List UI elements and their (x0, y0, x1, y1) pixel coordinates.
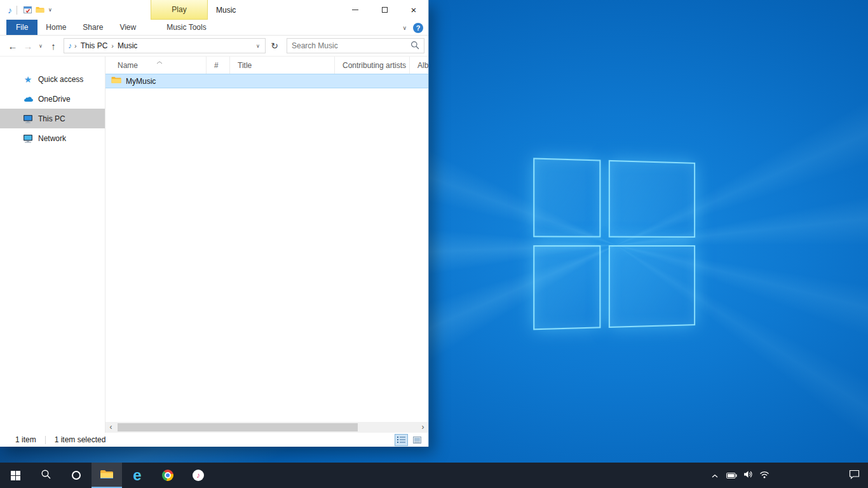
action-center-icon (849, 470, 860, 482)
title-bar[interactable]: ♪ ∨ Play Music × (0, 0, 428, 20)
search-icon[interactable] (410, 41, 419, 51)
ribbon-right-controls: ∨ ? (402, 20, 423, 36)
tab-file[interactable]: File (6, 20, 37, 35)
folder-icon (111, 76, 121, 86)
qat-customize-chevron-icon[interactable]: ∨ (48, 7, 52, 13)
address-music-icon: ♪ (68, 41, 72, 50)
expand-ribbon-icon[interactable]: ∨ (402, 25, 407, 31)
itunes-icon: ♪ (193, 470, 204, 481)
status-separator (45, 436, 46, 444)
column-label: Title (238, 61, 252, 70)
internet-explorer-icon: e (133, 468, 141, 483)
scrollbar-thumb[interactable] (118, 423, 358, 431)
column-header-name[interactable]: Name (105, 57, 207, 74)
refresh-button[interactable]: ↻ (268, 41, 281, 51)
properties-icon[interactable] (24, 6, 32, 14)
forward-button[interactable]: → (20, 38, 36, 53)
scroll-right-icon[interactable]: › (417, 422, 428, 433)
view-buttons (395, 433, 424, 447)
sort-ascending-icon (156, 57, 163, 66)
help-button[interactable]: ? (413, 23, 423, 33)
sidebar-item-this-pc[interactable]: This PC (0, 109, 105, 128)
close-button[interactable]: × (399, 0, 428, 20)
column-header-title[interactable]: Title (230, 57, 335, 74)
taskbar-spacer (214, 463, 707, 488)
windows-start-icon (11, 471, 20, 480)
tray-battery-button[interactable] (723, 463, 740, 488)
selection-count: 1 item selected (55, 435, 106, 444)
network-icon (23, 133, 33, 144)
music-note-icon: ♪ (8, 5, 12, 15)
onedrive-cloud-icon (23, 94, 33, 104)
file-name: MyMusic (126, 77, 156, 86)
sidebar-item-quick-access[interactable]: ★ Quick access (0, 69, 105, 89)
sidebar-item-onedrive[interactable]: OneDrive (0, 89, 105, 109)
windows-logo (533, 158, 698, 332)
breadcrumb-this-pc[interactable]: This PC (77, 39, 112, 53)
column-label: Name (118, 61, 138, 70)
navigation-bar: ← → ∨ ↑ ♪ › This PC › Music ∨ ↻ (0, 36, 428, 57)
windows-logo-pane (533, 245, 600, 330)
taskbar-file-explorer-button[interactable] (92, 463, 122, 488)
large-icons-view-button[interactable] (410, 434, 424, 446)
up-button[interactable]: ↑ (46, 38, 61, 53)
column-label: # (214, 61, 219, 70)
screen: ♪ ∨ Play Music × File Home Share View Mu… (0, 0, 868, 488)
maximize-icon (382, 7, 388, 13)
new-folder-icon[interactable] (36, 6, 44, 13)
file-rows: MyMusic (105, 74, 428, 422)
tab-view[interactable]: View (111, 20, 144, 35)
sidebar-item-label: OneDrive (38, 95, 71, 104)
column-header-number[interactable]: # (207, 57, 230, 74)
tray-network-button[interactable] (756, 463, 773, 488)
battery-icon (726, 470, 737, 481)
tray-show-hidden-icons-button[interactable] (707, 463, 723, 488)
sidebar-item-label: Quick access (38, 75, 83, 84)
recent-locations-chevron-icon[interactable]: ∨ (36, 38, 46, 53)
file-row-mymusic[interactable]: MyMusic (105, 74, 428, 88)
cortana-icon (72, 471, 81, 480)
minimize-icon (352, 10, 358, 10)
scroll-left-icon[interactable]: ‹ (105, 422, 116, 433)
qat-separator (17, 6, 17, 15)
tab-music-tools[interactable]: Music Tools (158, 20, 214, 35)
windows-logo-pane (609, 245, 695, 328)
action-center-button[interactable] (840, 463, 868, 488)
column-label: Contributing artists (342, 61, 406, 70)
caption-buttons: × (341, 0, 428, 20)
horizontal-scrollbar[interactable]: ‹ › (105, 422, 428, 433)
taskbar-search-icon (41, 469, 51, 482)
windows-logo-pane (533, 158, 600, 237)
file-explorer-icon (100, 469, 114, 482)
start-button[interactable] (0, 463, 31, 488)
search-input[interactable] (292, 41, 410, 50)
contextual-tab-chip[interactable]: Play (151, 0, 208, 20)
address-bar[interactable]: ♪ › This PC › Music ∨ (64, 38, 266, 53)
address-dropdown-icon[interactable]: ∨ (252, 43, 264, 49)
tab-share[interactable]: Share (74, 20, 111, 35)
window-body: ★ Quick access OneDrive This PC (0, 57, 428, 433)
cortana-button[interactable] (61, 463, 92, 488)
breadcrumb-music[interactable]: Music (114, 39, 141, 53)
column-label: Alb (417, 61, 428, 70)
taskbar-clock-area (773, 463, 840, 488)
tab-home[interactable]: Home (37, 20, 74, 35)
volume-icon (743, 470, 753, 481)
minimize-button[interactable] (341, 0, 370, 20)
details-view-button[interactable] (395, 434, 408, 446)
scrollbar-track[interactable] (116, 422, 417, 433)
search-box[interactable] (287, 38, 424, 53)
taskbar-search-button[interactable] (31, 463, 61, 488)
chrome-icon (162, 470, 173, 481)
taskbar-internet-explorer-button[interactable]: e (122, 463, 153, 488)
maximize-button[interactable] (370, 0, 399, 20)
column-header-contributing-artists[interactable]: Contributing artists (335, 57, 410, 74)
column-header-album[interactable]: Alb (410, 57, 428, 74)
ribbon-tab-row: File Home Share View Music Tools ∨ ? (0, 20, 428, 36)
sidebar-item-network[interactable]: Network (0, 128, 105, 148)
back-button[interactable]: ← (5, 38, 20, 53)
taskbar-itunes-button[interactable]: ♪ (183, 463, 214, 488)
wifi-icon (759, 470, 770, 481)
tray-volume-button[interactable] (740, 463, 756, 488)
taskbar-chrome-button[interactable] (153, 463, 183, 488)
